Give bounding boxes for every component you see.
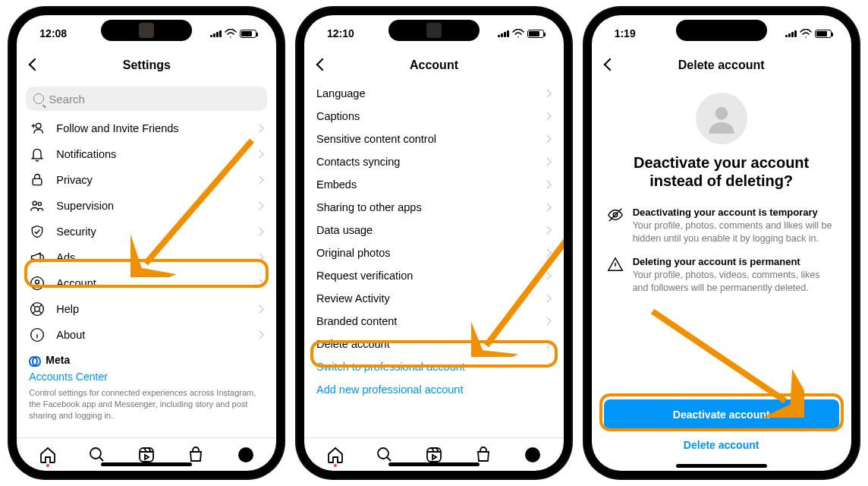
row-label: Original photos <box>316 247 391 259</box>
svg-rect-10 <box>140 448 153 462</box>
row-data-usage[interactable]: Data usage <box>304 219 564 241</box>
row-label: Switch to professional account <box>316 361 465 373</box>
row-sharing-apps[interactable]: Sharing to other apps <box>304 196 564 219</box>
tab-reels[interactable] <box>137 446 156 464</box>
row-about[interactable]: About <box>17 322 276 348</box>
row-captions[interactable]: Captions <box>304 105 564 128</box>
info-body: Your profile, photos, videos, comments, … <box>633 270 820 293</box>
info-title: Deleting your account is permanent <box>633 256 836 267</box>
row-add-professional[interactable]: Add new professional account <box>304 378 564 401</box>
tab-search[interactable] <box>88 446 106 464</box>
settings-content: Search Follow and Invite Friends Notific… <box>17 79 276 437</box>
search-input[interactable]: Search <box>26 87 267 111</box>
row-review-activity[interactable]: Review Activity <box>304 287 564 310</box>
meta-label: Meta <box>46 354 70 366</box>
status-icons <box>498 29 544 38</box>
tab-bar <box>17 437 276 471</box>
chevron-right-icon <box>544 203 553 212</box>
headline: Deactivate your account instead of delet… <box>592 153 851 190</box>
row-language[interactable]: Language <box>304 82 564 105</box>
row-label: Account <box>56 277 96 289</box>
chevron-right-icon <box>544 226 553 235</box>
chevron-right-icon <box>544 248 553 257</box>
page-title: Delete account <box>678 58 765 72</box>
warning-icon <box>607 256 624 273</box>
chevron-right-icon <box>256 279 266 288</box>
tab-profile[interactable] <box>237 446 255 464</box>
svg-point-0 <box>36 123 42 128</box>
phone-2: 12:10 Account Language Captions Sensitiv… <box>297 8 571 478</box>
svg-point-15 <box>525 447 540 462</box>
row-contacts-syncing[interactable]: Contacts syncing <box>304 150 564 173</box>
wifi-icon <box>225 29 237 38</box>
svg-rect-14 <box>427 448 441 462</box>
row-embeds[interactable]: Embeds <box>304 173 564 196</box>
home-indicator <box>676 464 767 468</box>
row-label: Data usage <box>316 224 373 236</box>
row-switch-professional[interactable]: Switch to professional account <box>304 355 564 378</box>
row-ads[interactable]: Ads <box>17 245 276 270</box>
svg-point-4 <box>31 277 44 290</box>
phone-1: 12:08 Settings Search Follow and Invite … <box>9 8 284 478</box>
row-branded-content[interactable]: Branded content <box>304 310 564 333</box>
status-icons <box>210 29 256 38</box>
svg-point-7 <box>35 307 40 312</box>
tab-home[interactable] <box>326 446 344 464</box>
row-label: Request verification <box>316 270 413 282</box>
tab-shop[interactable] <box>187 446 205 464</box>
row-sensitive-content[interactable]: Sensitive content control <box>304 128 564 150</box>
eye-slash-icon <box>607 207 624 223</box>
svg-point-17 <box>715 107 728 120</box>
chevron-right-icon <box>544 271 553 280</box>
chevron-right-icon <box>544 339 553 349</box>
back-button[interactable] <box>27 58 42 73</box>
row-privacy[interactable]: Privacy <box>17 167 276 193</box>
chevron-right-icon <box>544 294 553 303</box>
row-help[interactable]: Help <box>17 296 276 322</box>
row-request-verification[interactable]: Request verification <box>304 264 564 287</box>
row-label: Embeds <box>316 178 357 191</box>
row-label: Sharing to other apps <box>316 201 422 213</box>
delete-account-link[interactable]: Delete account <box>592 436 851 457</box>
row-delete-account[interactable]: Delete account <box>304 333 564 355</box>
page-title: Settings <box>123 58 171 72</box>
back-button[interactable] <box>602 58 618 73</box>
tab-search[interactable] <box>376 446 394 464</box>
wifi-icon <box>800 29 812 38</box>
shield-icon <box>29 223 46 240</box>
chevron-right-icon <box>256 227 266 236</box>
row-label: About <box>56 329 85 341</box>
clock: 12:08 <box>39 27 67 39</box>
row-supervision[interactable]: Supervision <box>17 193 276 219</box>
row-security[interactable]: Security <box>17 219 276 245</box>
chevron-right-icon <box>544 317 553 326</box>
meta-description: Control settings for connected experienc… <box>29 387 264 421</box>
meta-icon <box>29 356 41 364</box>
help-icon <box>29 301 46 317</box>
row-account[interactable]: Account <box>17 270 276 296</box>
tab-profile[interactable] <box>524 446 542 464</box>
page-title: Account <box>410 58 458 72</box>
accounts-center-link[interactable]: Accounts Center <box>29 371 264 383</box>
avatar-placeholder <box>696 93 747 144</box>
nav-header: Account <box>304 52 564 79</box>
logins-section-label: Logins <box>17 424 276 437</box>
chevron-right-icon <box>544 112 553 121</box>
row-original-photos[interactable]: Original photos <box>304 241 564 264</box>
status-icons <box>785 29 832 38</box>
svg-point-2 <box>33 201 36 205</box>
tab-reels[interactable] <box>425 446 443 464</box>
back-button[interactable] <box>315 58 330 73</box>
deactivate-button[interactable]: Deactivate account <box>604 399 839 430</box>
tab-bar <box>304 437 564 471</box>
row-follow-invite[interactable]: Follow and Invite Friends <box>17 115 276 141</box>
row-notifications[interactable]: Notifications <box>17 141 276 167</box>
chevron-right-icon <box>544 157 553 166</box>
row-label: Contacts syncing <box>316 156 400 168</box>
search-placeholder: Search <box>49 93 85 106</box>
battery-icon <box>240 30 256 38</box>
tab-shop[interactable] <box>474 446 492 464</box>
row-label: Language <box>316 87 366 99</box>
row-label: Security <box>56 226 96 238</box>
tab-home[interactable] <box>39 446 57 464</box>
